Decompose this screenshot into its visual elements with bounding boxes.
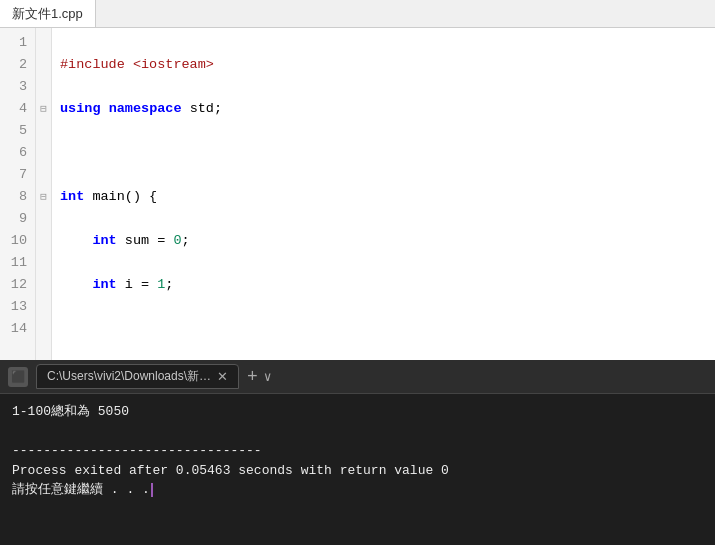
code-container: 1 2 3 4 5 6 7 8 9 10 11 12 13 14 ⊟ ⊟ [0, 28, 715, 360]
terminal-tab-bar: ⬛ C:\Users\vivi2\Downloads\新… ✕ + ∨ [0, 360, 715, 394]
code-token: sum = [117, 230, 174, 252]
code-line-4: int main() { [60, 186, 715, 208]
terminal-chevron-button[interactable]: ∨ [264, 369, 272, 385]
terminal-cursor [151, 483, 153, 497]
code-token: 0 [173, 230, 181, 252]
terminal-area: ⬛ C:\Users\vivi2\Downloads\新… ✕ + ∨ 1-10… [0, 360, 715, 545]
code-token: using [60, 98, 101, 120]
fold-icon-2 [36, 54, 51, 76]
code-line-5: int sum = 0; [60, 230, 715, 252]
code-token: int [92, 230, 116, 252]
code-token: i = [117, 274, 158, 296]
editor-tab-label: 新文件1.cpp [12, 5, 83, 23]
fold-icon-8[interactable]: ⊟ [36, 186, 51, 208]
code-token: main() { [84, 186, 157, 208]
fold-icon-7 [36, 164, 51, 186]
terminal-line-blank [12, 422, 703, 442]
terminal-add-button[interactable]: + [247, 368, 258, 386]
fold-icon-5 [36, 120, 51, 142]
fold-icon-14 [36, 318, 51, 340]
code-editor[interactable]: #include <iostream> using namespace std;… [52, 28, 715, 360]
line-numbers: 1 2 3 4 5 6 7 8 9 10 11 12 13 14 [0, 28, 36, 360]
fold-icon-9 [36, 208, 51, 230]
shell-icon-glyph: ⬛ [11, 370, 26, 384]
code-token: 1 [157, 274, 165, 296]
code-token: int [92, 274, 116, 296]
editor-tab-bar: 新文件1.cpp [0, 0, 715, 28]
terminal-line-3: Process exited after 0.05463 seconds wit… [12, 461, 703, 481]
fold-icon-10 [36, 230, 51, 252]
terminal-line-4: 請按任意鍵繼續 . . . [12, 480, 703, 500]
terminal-line-2: -------------------------------- [12, 441, 703, 461]
fold-icon-12 [36, 274, 51, 296]
code-token: int [60, 186, 84, 208]
fold-icon-4[interactable]: ⊟ [36, 98, 51, 120]
code-token: #include <iostream> [60, 54, 214, 76]
fold-icon-6 [36, 142, 51, 164]
editor-area: 新文件1.cpp 1 2 3 4 5 6 7 8 9 10 11 12 13 1… [0, 0, 715, 360]
code-line-3 [60, 142, 715, 164]
terminal-close-button[interactable]: ✕ [217, 369, 228, 384]
terminal-output: 1-100總和為 5050 --------------------------… [0, 394, 715, 545]
fold-icon-13 [36, 296, 51, 318]
fold-gutter: ⊟ ⊟ [36, 28, 52, 360]
fold-icon-1 [36, 32, 51, 54]
terminal-tab-label: C:\Users\vivi2\Downloads\新… [47, 368, 211, 385]
terminal-line-1: 1-100總和為 5050 [12, 402, 703, 422]
code-token: ; [165, 274, 173, 296]
code-line-1: #include <iostream> [60, 54, 715, 76]
code-line-7 [60, 318, 715, 340]
code-token: std; [182, 98, 223, 120]
code-line-2: using namespace std; [60, 98, 715, 120]
fold-icon-3 [36, 76, 51, 98]
code-token: namespace [109, 98, 182, 120]
terminal-line-4-text: 請按任意鍵繼續 . . . [12, 482, 150, 497]
terminal-tab[interactable]: C:\Users\vivi2\Downloads\新… ✕ [36, 364, 239, 389]
code-line-6: int i = 1; [60, 274, 715, 296]
terminal-shell-icon: ⬛ [8, 367, 28, 387]
code-token: ; [182, 230, 190, 252]
fold-icon-11 [36, 252, 51, 274]
editor-tab[interactable]: 新文件1.cpp [0, 0, 96, 27]
